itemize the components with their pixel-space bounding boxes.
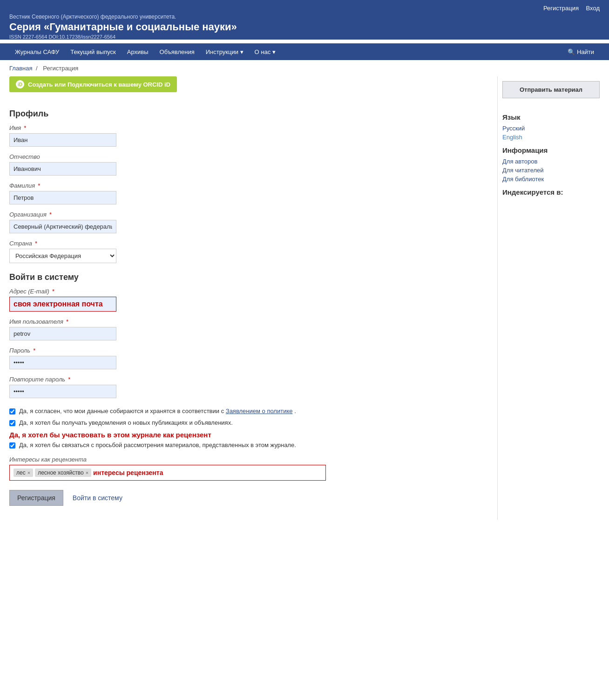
notifications-checkbox-group: Да, я хотел бы получать уведомления о но… (9, 419, 488, 426)
nav-item-announcements[interactable]: Объявления (154, 44, 200, 60)
breadcrumb-current: Регистрация (43, 65, 78, 72)
orcid-button[interactable]: iD Создать или Подключиться к вашему ORC… (9, 76, 177, 92)
login-link[interactable]: Вход (586, 5, 600, 12)
first-name-label: Имя * (9, 124, 488, 131)
interests-input-wrapper[interactable]: лес × лесное хозяйство × интересы реценз… (9, 465, 326, 481)
sidebar-language-section: Язык Русский English (502, 113, 600, 141)
tag-forestry-remove[interactable]: × (86, 470, 88, 476)
confirm-password-input[interactable] (9, 385, 116, 398)
interests-placeholder: интересы рецензента (93, 469, 163, 476)
sidebar-lang-russian[interactable]: Русский (502, 125, 600, 132)
profile-title: Профиль (9, 109, 488, 119)
reviewer-interests-section: Интересы как рецензента лес × лесное хоз… (9, 456, 488, 481)
reviewer-red-label: Да, я хотел бы участвовать в этом журнал… (9, 431, 211, 439)
tag-forestry: лесное хозяйство × (35, 469, 91, 477)
sidebar-info-readers[interactable]: Для читателей (502, 167, 600, 174)
username-required: * (66, 318, 68, 325)
nav-search[interactable]: 🔍 Найти (562, 44, 600, 60)
first-name-input[interactable] (9, 133, 116, 147)
reviewer-contact-checkbox-group: Да, я хотел бы связаться с просьбой расс… (9, 442, 488, 449)
form-group-password: Пароль * (9, 347, 488, 369)
confirm-password-required: * (68, 376, 70, 383)
submit-material-button[interactable]: Отправить материал (502, 81, 600, 98)
form-group-first-name: Имя * (9, 124, 488, 147)
form-group-last-name: Фамилия * (9, 182, 488, 204)
orcid-logo-icon: iD (16, 80, 24, 88)
journal-issn: ISSN 2227-6564 DOI:10.17238/issn2227-656… (9, 34, 600, 40)
orcid-button-label: Создать или Подключиться к вашему ORCID … (28, 81, 170, 88)
organization-label: Организация * (9, 211, 488, 218)
privacy-checkbox-group: Да, я согласен, что мои данные собираютс… (9, 408, 488, 415)
email-required: * (52, 288, 54, 295)
nav-item-current[interactable]: Текущий выпуск (65, 44, 121, 60)
main-content: iD Создать или Подключиться к вашему ORC… (9, 76, 497, 520)
last-name-input[interactable] (9, 191, 116, 204)
checkboxes-section: Да, я согласен, что мои данные собираютс… (9, 408, 488, 449)
last-name-required: * (38, 182, 40, 189)
notifications-checkbox[interactable] (9, 420, 15, 426)
login-section: Войти в систему Адрес (E-mail) * Имя пол… (9, 272, 488, 398)
submit-area: Регистрация Войти в систему (9, 490, 488, 506)
organization-input[interactable] (9, 220, 116, 233)
nav-item-about[interactable]: О нас ▾ (249, 44, 281, 60)
form-group-middle-name: Отчество (9, 153, 488, 176)
tag-les-remove[interactable]: × (27, 470, 30, 476)
journal-subtitle: Вестник Северного (Арктического) федерал… (9, 14, 600, 20)
sidebar-info-title: Информация (502, 146, 600, 154)
username-input[interactable] (9, 327, 116, 340)
notifications-text: Да, я хотел бы получать уведомления о но… (19, 419, 233, 426)
tag-forestry-text: лесное хозяйство (38, 469, 84, 476)
search-label: Найти (577, 48, 594, 55)
form-group-username: Имя пользователя * (9, 318, 488, 340)
privacy-policy-link[interactable]: Заявлением о политике (226, 408, 293, 415)
sidebar-indexing-section: Индексируется в: (502, 188, 600, 196)
tag-les: лес × (14, 469, 33, 477)
top-links: Регистрация Вход (9, 5, 600, 14)
register-button[interactable]: Регистрация (9, 490, 63, 506)
nav-item-journals[interactable]: Журналы САФУ (9, 44, 65, 60)
middle-name-input[interactable] (9, 162, 116, 176)
form-group-country: Страна * Российская Федерация Other (9, 240, 488, 263)
password-input[interactable] (9, 356, 116, 369)
reviewer-red-text-container: Да, я хотел бы участвовать в этом журнал… (9, 431, 488, 439)
reviewer-contact-checkbox[interactable] (9, 442, 15, 449)
profile-section: Профиль Имя * Отчество Фамилия (9, 109, 488, 263)
nav-item-archives[interactable]: Архивы (122, 44, 154, 60)
form-group-email: Адрес (E-mail) * (9, 288, 488, 312)
password-required: * (33, 347, 35, 354)
tag-les-text: лес (16, 469, 26, 476)
sidebar-submit-section: Отправить материал (502, 81, 600, 108)
form-group-organization: Организация * (9, 211, 488, 233)
sidebar-indexing-title: Индексируется в: (502, 188, 600, 196)
password-label: Пароль * (9, 347, 488, 354)
sidebar-info-libraries[interactable]: Для библиотек (502, 176, 600, 183)
username-label: Имя пользователя * (9, 318, 488, 325)
sidebar-lang-english[interactable]: English (502, 134, 600, 141)
sidebar-info-section: Информация Для авторов Для читателей Для… (502, 146, 600, 183)
orcid-section: iD Создать или Подключиться к вашему ORC… (9, 76, 488, 102)
first-name-required: * (24, 124, 26, 131)
form-group-confirm-password: Повторите пароль * (9, 376, 488, 398)
search-icon: 🔍 (568, 48, 575, 55)
organization-required: * (49, 211, 52, 218)
register-link[interactable]: Регистрация (543, 5, 579, 12)
email-label: Адрес (E-mail) * (9, 288, 488, 295)
nav-right: 🔍 Найти (562, 44, 600, 60)
main-nav: Журналы САФУ Текущий выпуск Архивы Объяв… (0, 43, 609, 60)
country-label: Страна * (9, 240, 488, 247)
confirm-password-label: Повторите пароль * (9, 376, 488, 383)
last-name-label: Фамилия * (9, 182, 488, 189)
country-select[interactable]: Российская Федерация Other (9, 249, 116, 263)
breadcrumb-home[interactable]: Главная (9, 65, 32, 72)
journal-title: Серия «Гуманитарные и социальные науки» (9, 21, 600, 33)
breadcrumb: Главная / Регистрация (0, 60, 609, 76)
login-link-bottom[interactable]: Войти в систему (73, 494, 122, 502)
interests-label: Интересы как рецензента (9, 456, 488, 463)
privacy-text: Да, я согласен, что мои данные собираютс… (19, 408, 296, 415)
breadcrumb-separator: / (36, 65, 38, 72)
email-input[interactable] (9, 297, 116, 312)
sidebar-info-authors[interactable]: Для авторов (502, 158, 600, 165)
nav-item-instructions[interactable]: Инструкции ▾ (200, 44, 249, 60)
privacy-checkbox[interactable] (9, 408, 15, 415)
reviewer-contact-text: Да, я хотел бы связаться с просьбой расс… (19, 442, 296, 449)
